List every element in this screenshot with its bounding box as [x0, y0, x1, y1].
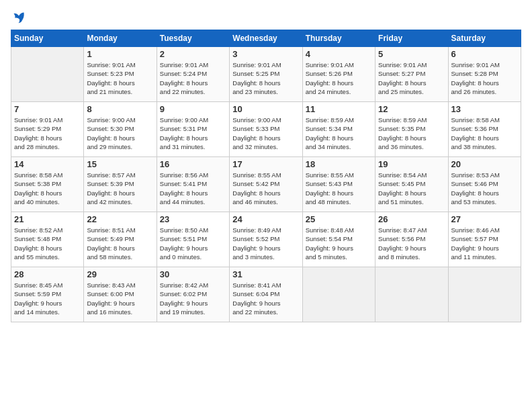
- calendar-cell: [302, 267, 375, 322]
- day-info: Sunrise: 8:55 AM Sunset: 5:42 PM Dayligh…: [232, 171, 299, 206]
- calendar-cell: [375, 267, 448, 322]
- day-number: 23: [160, 214, 226, 224]
- day-info: Sunrise: 9:01 AM Sunset: 5:25 PM Dayligh…: [232, 60, 299, 96]
- calendar-cell: 5Sunrise: 9:01 AM Sunset: 5:27 PM Daylig…: [375, 47, 448, 102]
- day-number: 8: [87, 104, 153, 114]
- day-info: Sunrise: 8:41 AM Sunset: 6:04 PM Dayligh…: [232, 281, 299, 316]
- day-number: 25: [306, 214, 372, 224]
- day-number: 11: [306, 104, 372, 114]
- week-row-1: 7Sunrise: 9:01 AM Sunset: 5:29 PM Daylig…: [11, 102, 521, 157]
- calendar-cell: 30Sunrise: 8:42 AM Sunset: 6:02 PM Dayli…: [157, 267, 229, 322]
- calendar-cell: 11Sunrise: 8:59 AM Sunset: 5:34 PM Dayli…: [302, 102, 375, 157]
- day-number: 29: [87, 269, 153, 279]
- day-info: Sunrise: 8:54 AM Sunset: 5:45 PM Dayligh…: [378, 171, 445, 206]
- header-day-friday: Friday: [375, 30, 448, 47]
- calendar-cell: 9Sunrise: 9:00 AM Sunset: 5:31 PM Daylig…: [157, 102, 229, 157]
- day-number: 30: [160, 269, 226, 279]
- day-info: Sunrise: 8:58 AM Sunset: 5:38 PM Dayligh…: [14, 171, 81, 206]
- day-number: 31: [232, 269, 299, 279]
- header-day-wednesday: Wednesday: [230, 30, 302, 47]
- day-info: Sunrise: 8:42 AM Sunset: 6:02 PM Dayligh…: [160, 281, 226, 316]
- day-number: 6: [451, 49, 518, 59]
- day-info: Sunrise: 9:01 AM Sunset: 5:26 PM Dayligh…: [306, 60, 372, 96]
- day-info: Sunrise: 8:52 AM Sunset: 5:48 PM Dayligh…: [14, 226, 81, 261]
- calendar-table: SundayMondayTuesdayWednesdayThursdayFrid…: [11, 30, 521, 322]
- day-number: 9: [160, 104, 226, 114]
- day-number: 24: [232, 214, 299, 224]
- day-number: 26: [378, 214, 445, 224]
- calendar-cell: 28Sunrise: 8:45 AM Sunset: 5:59 PM Dayli…: [11, 267, 84, 322]
- calendar-cell: 6Sunrise: 9:01 AM Sunset: 5:28 PM Daylig…: [448, 47, 521, 102]
- calendar-cell: 29Sunrise: 8:43 AM Sunset: 6:00 PM Dayli…: [84, 267, 157, 322]
- day-info: Sunrise: 9:01 AM Sunset: 5:28 PM Dayligh…: [451, 60, 518, 96]
- day-info: Sunrise: 8:56 AM Sunset: 5:41 PM Dayligh…: [160, 171, 226, 206]
- day-number: 15: [87, 159, 153, 169]
- day-number: 18: [306, 159, 372, 169]
- day-info: Sunrise: 8:50 AM Sunset: 5:51 PM Dayligh…: [160, 226, 226, 261]
- day-number: 7: [14, 104, 81, 114]
- header-day-sunday: Sunday: [11, 30, 84, 47]
- calendar-cell: 12Sunrise: 8:59 AM Sunset: 5:35 PM Dayli…: [375, 102, 448, 157]
- day-number: 5: [378, 49, 445, 59]
- day-info: Sunrise: 8:47 AM Sunset: 5:56 PM Dayligh…: [378, 226, 445, 261]
- day-info: Sunrise: 8:46 AM Sunset: 5:57 PM Dayligh…: [451, 226, 518, 261]
- calendar-cell: 10Sunrise: 9:00 AM Sunset: 5:33 PM Dayli…: [230, 102, 302, 157]
- calendar-cell: 14Sunrise: 8:58 AM Sunset: 5:38 PM Dayli…: [11, 157, 84, 212]
- day-number: 22: [87, 214, 153, 224]
- header-day-thursday: Thursday: [302, 30, 375, 47]
- day-number: 21: [14, 214, 81, 224]
- week-row-2: 14Sunrise: 8:58 AM Sunset: 5:38 PM Dayli…: [11, 157, 521, 212]
- day-number: 3: [232, 49, 299, 59]
- day-info: Sunrise: 8:48 AM Sunset: 5:54 PM Dayligh…: [306, 226, 372, 261]
- day-info: Sunrise: 9:01 AM Sunset: 5:23 PM Dayligh…: [87, 60, 153, 96]
- day-number: 17: [232, 159, 299, 169]
- calendar-cell: 25Sunrise: 8:48 AM Sunset: 5:54 PM Dayli…: [302, 212, 375, 267]
- calendar-cell: 20Sunrise: 8:53 AM Sunset: 5:46 PM Dayli…: [448, 157, 521, 212]
- week-row-4: 28Sunrise: 8:45 AM Sunset: 5:59 PM Dayli…: [11, 267, 521, 322]
- day-number: 13: [451, 104, 518, 114]
- day-info: Sunrise: 9:01 AM Sunset: 5:29 PM Dayligh…: [14, 116, 81, 151]
- calendar-cell: 15Sunrise: 8:57 AM Sunset: 5:39 PM Dayli…: [84, 157, 157, 212]
- day-info: Sunrise: 8:53 AM Sunset: 5:46 PM Dayligh…: [451, 171, 518, 206]
- day-info: Sunrise: 8:57 AM Sunset: 5:39 PM Dayligh…: [87, 171, 153, 206]
- day-info: Sunrise: 9:00 AM Sunset: 5:30 PM Dayligh…: [87, 116, 153, 151]
- day-info: Sunrise: 8:59 AM Sunset: 5:34 PM Dayligh…: [306, 116, 372, 151]
- day-info: Sunrise: 8:55 AM Sunset: 5:43 PM Dayligh…: [306, 171, 372, 206]
- day-number: 10: [232, 104, 299, 114]
- header-row: SundayMondayTuesdayWednesdayThursdayFrid…: [11, 30, 521, 47]
- calendar-cell: 13Sunrise: 8:58 AM Sunset: 5:36 PM Dayli…: [448, 102, 521, 157]
- day-number: 20: [451, 159, 518, 169]
- calendar-cell: 19Sunrise: 8:54 AM Sunset: 5:45 PM Dayli…: [375, 157, 448, 212]
- day-info: Sunrise: 8:43 AM Sunset: 6:00 PM Dayligh…: [87, 281, 153, 316]
- week-row-3: 21Sunrise: 8:52 AM Sunset: 5:48 PM Dayli…: [11, 212, 521, 267]
- calendar-cell: 24Sunrise: 8:49 AM Sunset: 5:52 PM Dayli…: [230, 212, 302, 267]
- calendar-cell: 7Sunrise: 9:01 AM Sunset: 5:29 PM Daylig…: [11, 102, 84, 157]
- calendar-cell: 23Sunrise: 8:50 AM Sunset: 5:51 PM Dayli…: [157, 212, 229, 267]
- day-number: 4: [306, 49, 372, 59]
- header-day-tuesday: Tuesday: [157, 30, 229, 47]
- calendar-cell: 16Sunrise: 8:56 AM Sunset: 5:41 PM Dayli…: [157, 157, 229, 212]
- calendar-cell: 22Sunrise: 8:51 AM Sunset: 5:49 PM Dayli…: [84, 212, 157, 267]
- calendar-cell: 8Sunrise: 9:00 AM Sunset: 5:30 PM Daylig…: [84, 102, 157, 157]
- calendar-cell: 26Sunrise: 8:47 AM Sunset: 5:56 PM Dayli…: [375, 212, 448, 267]
- day-info: Sunrise: 9:01 AM Sunset: 5:27 PM Dayligh…: [378, 60, 445, 96]
- day-info: Sunrise: 8:45 AM Sunset: 5:59 PM Dayligh…: [14, 281, 81, 316]
- week-row-0: 1Sunrise: 9:01 AM Sunset: 5:23 PM Daylig…: [11, 47, 521, 102]
- day-info: Sunrise: 8:49 AM Sunset: 5:52 PM Dayligh…: [232, 226, 299, 261]
- calendar-cell: 21Sunrise: 8:52 AM Sunset: 5:48 PM Dayli…: [11, 212, 84, 267]
- calendar-cell: 2Sunrise: 9:01 AM Sunset: 5:24 PM Daylig…: [157, 47, 229, 102]
- day-number: 14: [14, 159, 81, 169]
- calendar-cell: 1Sunrise: 9:01 AM Sunset: 5:23 PM Daylig…: [84, 47, 157, 102]
- day-info: Sunrise: 8:51 AM Sunset: 5:49 PM Dayligh…: [87, 226, 153, 261]
- day-info: Sunrise: 8:58 AM Sunset: 5:36 PM Dayligh…: [451, 116, 518, 151]
- day-number: 16: [160, 159, 226, 169]
- calendar-cell: [11, 47, 84, 102]
- day-number: 19: [378, 159, 445, 169]
- header-day-monday: Monday: [84, 30, 157, 47]
- calendar-cell: 31Sunrise: 8:41 AM Sunset: 6:04 PM Dayli…: [230, 267, 302, 322]
- calendar-cell: 18Sunrise: 8:55 AM Sunset: 5:43 PM Dayli…: [302, 157, 375, 212]
- calendar-cell: 4Sunrise: 9:01 AM Sunset: 5:26 PM Daylig…: [302, 47, 375, 102]
- logo-bird-icon: [12, 11, 26, 24]
- calendar-header: [11, 11, 521, 24]
- day-info: Sunrise: 9:01 AM Sunset: 5:24 PM Dayligh…: [160, 60, 226, 96]
